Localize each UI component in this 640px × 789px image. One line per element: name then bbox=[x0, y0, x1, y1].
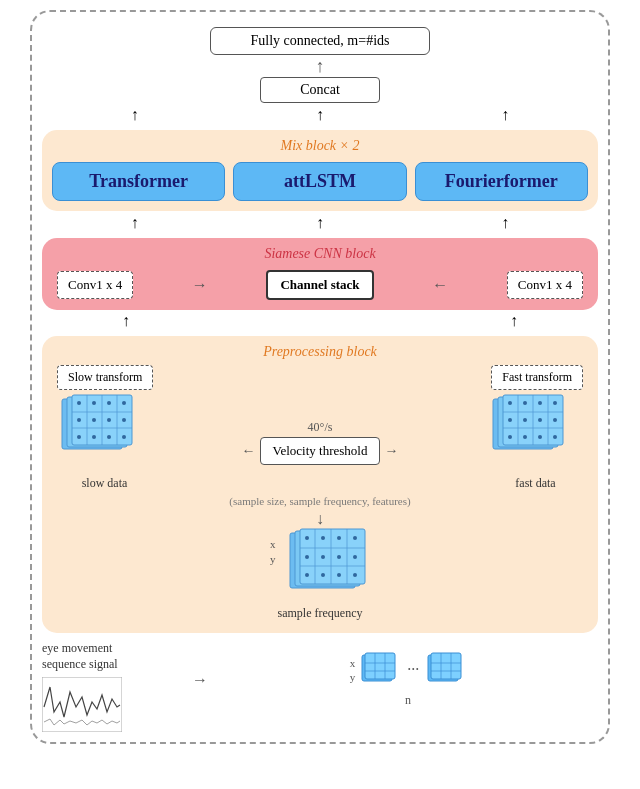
svg-point-56 bbox=[337, 555, 341, 559]
svg-point-9 bbox=[92, 401, 96, 405]
svg-point-10 bbox=[107, 401, 111, 405]
data-cubes-velocity-row: slow data 40°/s ← Velocity threshold → bbox=[57, 394, 583, 491]
dots-separator: ··· bbox=[407, 661, 419, 679]
svg-rect-64 bbox=[365, 653, 395, 679]
arrows-to-mix: ↑ ↑ ↑ bbox=[42, 214, 598, 232]
eye-signal-area: eye movement sequence signal bbox=[42, 641, 182, 732]
svg-point-51 bbox=[321, 536, 325, 540]
channel-stack-box: Channel stack bbox=[266, 270, 373, 300]
conv-left-box: Conv1 x 4 bbox=[57, 271, 133, 299]
svg-point-38 bbox=[538, 435, 542, 439]
fourierformer-box: Fourierformer bbox=[415, 162, 588, 201]
small-cubes-row: x y ··· bbox=[350, 651, 467, 689]
svg-point-15 bbox=[122, 418, 126, 422]
siamese-label: Siamese CNN block bbox=[57, 246, 583, 262]
small-cube-2 bbox=[426, 651, 466, 689]
speed-label: 40°/s bbox=[308, 420, 333, 435]
eye-signal-label: eye movement sequence signal bbox=[42, 641, 118, 672]
mix-block-label: Mix block × 2 bbox=[52, 138, 588, 154]
annotation-text: (sample size, sample frequency, features… bbox=[57, 495, 583, 507]
svg-point-35 bbox=[553, 418, 557, 422]
svg-point-39 bbox=[553, 435, 557, 439]
attlstm-box: attLSTM bbox=[233, 162, 406, 201]
fc-box: Fully connected, m=#ids bbox=[42, 22, 598, 55]
svg-point-11 bbox=[122, 401, 126, 405]
sample-frequency-area: x y bbox=[57, 528, 583, 621]
svg-point-36 bbox=[508, 435, 512, 439]
svg-text:x: x bbox=[270, 538, 276, 550]
concat-label: Concat bbox=[300, 82, 340, 97]
svg-text:y: y bbox=[270, 553, 276, 565]
svg-point-33 bbox=[523, 418, 527, 422]
svg-point-29 bbox=[523, 401, 527, 405]
svg-point-50 bbox=[305, 536, 309, 540]
small-cube-1 bbox=[360, 651, 400, 689]
svg-point-58 bbox=[305, 573, 309, 577]
svg-point-55 bbox=[321, 555, 325, 559]
bottom-section: eye movement sequence signal → x bbox=[42, 641, 598, 732]
svg-point-52 bbox=[337, 536, 341, 540]
svg-point-61 bbox=[353, 573, 357, 577]
transform-row: Slow transform Fast transform bbox=[57, 365, 583, 390]
slow-transform-box: Slow transform bbox=[57, 365, 153, 390]
transformer-box: Transformer bbox=[52, 162, 225, 201]
siamese-row: Conv1 x 4 → Channel stack ← Conv1 x 4 bbox=[57, 270, 583, 300]
svg-point-31 bbox=[553, 401, 557, 405]
svg-point-19 bbox=[122, 435, 126, 439]
model-row: Transformer attLSTM Fourierformer bbox=[52, 162, 588, 201]
mix-block: Mix block × 2 Transformer attLSTM Fourie… bbox=[42, 130, 598, 211]
fast-data-cube bbox=[488, 394, 583, 469]
concat-box: Concat bbox=[260, 77, 380, 103]
siamese-block: Siamese CNN block Conv1 x 4 → Channel st… bbox=[42, 238, 598, 310]
preprocess-label: Preprocessing block bbox=[57, 344, 583, 360]
svg-point-18 bbox=[107, 435, 111, 439]
svg-point-28 bbox=[508, 401, 512, 405]
arrow-left-velocity: ← bbox=[242, 443, 256, 459]
fc-label: Fully connected, m=#ids bbox=[251, 33, 390, 48]
arrow-channel-conv-right: ← bbox=[432, 276, 448, 294]
arrows-to-siamese: ↑ ↑ ↑ bbox=[42, 312, 598, 330]
svg-point-37 bbox=[523, 435, 527, 439]
arrows-to-concat: ↑ ↑ ↑ bbox=[42, 106, 598, 124]
svg-point-32 bbox=[508, 418, 512, 422]
svg-point-16 bbox=[77, 435, 81, 439]
sample-cubes-area: x y ··· bbox=[218, 651, 598, 708]
fast-data-label: fast data bbox=[488, 476, 583, 491]
svg-point-8 bbox=[77, 401, 81, 405]
conv-right-box: Conv1 x 4 bbox=[507, 271, 583, 299]
arrow-right-velocity: → bbox=[384, 443, 398, 459]
arrow-to-samples: → bbox=[192, 671, 208, 689]
svg-point-13 bbox=[92, 418, 96, 422]
svg-point-59 bbox=[321, 573, 325, 577]
velocity-threshold-box: Velocity threshold bbox=[260, 437, 381, 465]
velocity-center: 40°/s ← Velocity threshold → bbox=[242, 420, 399, 465]
svg-point-17 bbox=[92, 435, 96, 439]
svg-point-60 bbox=[337, 573, 341, 577]
fast-data-area: fast data bbox=[488, 394, 583, 491]
svg-point-54 bbox=[305, 555, 309, 559]
svg-point-34 bbox=[538, 418, 542, 422]
preprocess-block: Preprocessing block Slow transform Fast … bbox=[42, 336, 598, 633]
svg-point-12 bbox=[77, 418, 81, 422]
fast-transform-box: Fast transform bbox=[491, 365, 583, 390]
sample-frequency-label: sample frequency bbox=[278, 606, 363, 621]
svg-point-53 bbox=[353, 536, 357, 540]
arrow-conv-channel-left: → bbox=[192, 276, 208, 294]
slow-data-label: slow data bbox=[57, 476, 152, 491]
arrow-to-bottom: ↓ bbox=[57, 510, 583, 528]
slow-data-area: slow data bbox=[57, 394, 152, 491]
eye-signal-waveform bbox=[42, 677, 122, 732]
svg-rect-70 bbox=[431, 653, 461, 679]
n-label: n bbox=[405, 693, 411, 708]
sample-frequency-cube: x y bbox=[265, 528, 375, 603]
svg-point-57 bbox=[353, 555, 357, 559]
arrow-fc-concat: ↑ bbox=[42, 57, 598, 75]
velocity-row: ← Velocity threshold → bbox=[242, 437, 399, 465]
slow-data-cube bbox=[57, 394, 152, 469]
svg-point-30 bbox=[538, 401, 542, 405]
svg-point-14 bbox=[107, 418, 111, 422]
